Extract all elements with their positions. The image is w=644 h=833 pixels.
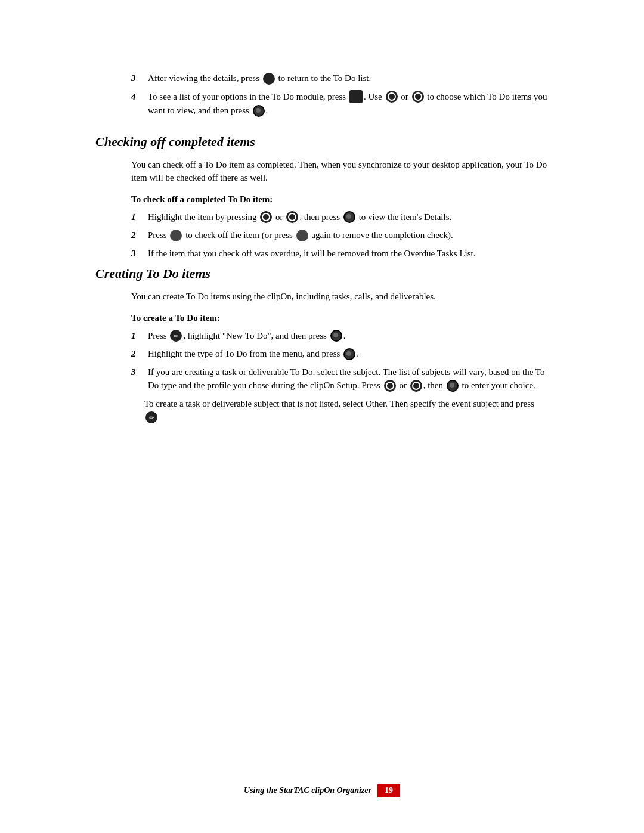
step-text2: to return to the To Do list. — [278, 73, 371, 83]
step-content: Press , highlight "New To Do", and then … — [148, 329, 549, 343]
extra-para-content: To create a task or deliverable subject … — [144, 397, 549, 424]
enter-button-icon — [343, 211, 355, 223]
section2-body: You can create To Do items using the cli… — [95, 290, 549, 304]
step-content: If the item that you check off was overd… — [148, 247, 549, 261]
section1-step-3: 3 If the item that you check off was ove… — [131, 247, 549, 261]
enter-button-icon — [343, 348, 355, 360]
check-button-icon — [170, 230, 182, 241]
step-number: 1 — [131, 329, 144, 343]
intro-steps: 3 After viewing the details, press to re… — [95, 72, 549, 117]
step-number: 3 — [131, 366, 144, 379]
nav-up-icon — [384, 380, 396, 392]
step-text: If the item that you check off was overd… — [148, 249, 476, 258]
footer-text: Using the StarTAC clipOn Organizer — [244, 786, 371, 795]
step-content: After viewing the details, press to retu… — [148, 72, 549, 85]
section2-procedure-heading: To create a To Do item: — [131, 313, 549, 323]
page: 3 After viewing the details, press to re… — [0, 0, 644, 476]
section1-steps: To check off a completed To Do item: 1 H… — [95, 194, 549, 261]
step-text: Highlight the item by pressing or , then… — [148, 212, 451, 222]
step-text: Press , highlight "New To Do", and then … — [148, 331, 345, 340]
pencil-button-icon-2 — [145, 411, 157, 423]
step-content: To see a list of your options in the To … — [148, 90, 549, 117]
extra-para-text: To create a task or deliverable subject … — [144, 399, 534, 408]
section2-step-1: 1 Press , highlight "New To Do", and the… — [131, 329, 549, 343]
section2-step-3: 3 If you are creating a task or delivera… — [131, 366, 549, 392]
step-number: 1 — [131, 210, 144, 224]
nav-down-icon — [410, 380, 422, 392]
section1-procedure-heading: To check off a completed To Do item: — [131, 194, 549, 205]
step-content: If you are creating a task or deliverabl… — [148, 366, 549, 392]
nav-up-icon — [386, 91, 398, 103]
back-button-icon — [263, 73, 275, 85]
step-text: Highlight the type of To Do from the men… — [148, 349, 359, 358]
nav-up-icon — [260, 211, 272, 223]
intro-step-4: 4 To see a list of your options in the T… — [131, 90, 549, 117]
section2-step-2: 2 Highlight the type of To Do from the m… — [131, 347, 549, 361]
nav-down-icon — [412, 91, 424, 103]
enter-button-icon — [447, 380, 459, 392]
section2-extra-para: To create a task or deliverable subject … — [131, 397, 549, 424]
section1-step-1: 1 Highlight the item by pressing or , th… — [131, 210, 549, 224]
step-number: 3 — [131, 72, 144, 85]
step-number: 3 — [131, 247, 144, 261]
step-content: Highlight the type of To Do from the men… — [148, 347, 549, 361]
step-text: After viewing the details, press — [148, 73, 259, 83]
section2-steps: To create a To Do item: 1 Press , highli… — [95, 313, 549, 424]
step-number: 2 — [131, 347, 144, 361]
menu-button-icon — [349, 90, 363, 103]
check-button-icon-2 — [296, 230, 308, 241]
enter-button-icon — [253, 105, 265, 117]
step-text: If you are creating a task or deliverabl… — [148, 367, 544, 391]
pencil-button-icon — [170, 330, 182, 342]
step-text: To see a list of your options in the To … — [148, 92, 547, 116]
step-text: Press to check off the item (or press ag… — [148, 230, 453, 240]
step-number: 4 — [131, 90, 144, 104]
section1-body: You can check off a To Do item as comple… — [95, 158, 549, 185]
step-content: Highlight the item by pressing or , then… — [148, 210, 549, 224]
section2-heading: Creating To Do items — [95, 266, 549, 281]
nav-down-icon — [286, 211, 298, 223]
enter-button-icon — [330, 330, 342, 342]
page-number: 19 — [377, 784, 400, 797]
page-footer: Using the StarTAC clipOn Organizer 19 — [0, 784, 644, 797]
section1-step-2: 2 Press to check off the item (or press … — [131, 228, 549, 242]
step-content: Press to check off the item (or press ag… — [148, 228, 549, 242]
section1-heading: Checking off completed items — [95, 134, 549, 150]
step-number: 2 — [131, 228, 144, 242]
intro-step-3: 3 After viewing the details, press to re… — [131, 72, 549, 85]
